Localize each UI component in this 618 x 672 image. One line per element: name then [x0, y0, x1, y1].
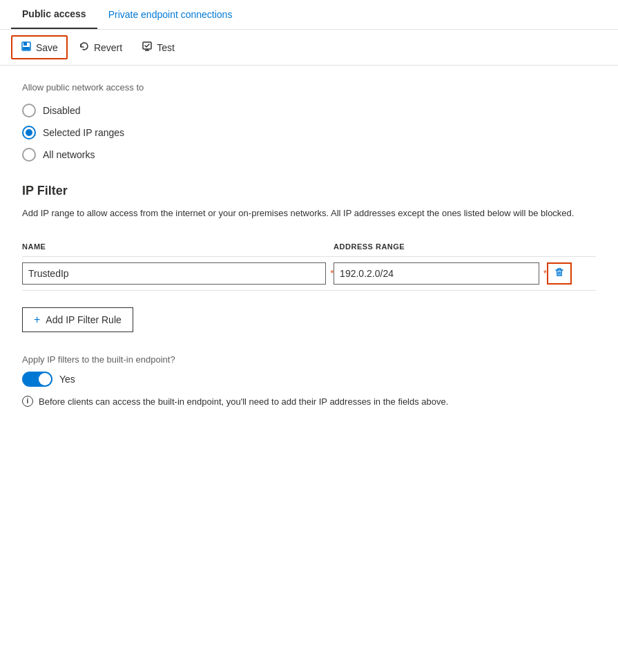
apply-label: Apply IP filters to the built-in endpoin… [22, 354, 596, 365]
trash-icon [554, 267, 565, 280]
add-ip-filter-rule-button[interactable]: + Add IP Filter Rule [22, 307, 133, 332]
col-header-action [547, 237, 596, 257]
delete-rule-button[interactable] [547, 262, 572, 285]
apply-section: Apply IP filters to the built-in endpoin… [22, 354, 596, 409]
info-icon: i [22, 396, 33, 407]
tabs-container: Public access Private endpoint connectio… [0, 0, 618, 30]
radio-inner-selected-ip [26, 129, 32, 136]
radio-all-networks[interactable]: All networks [22, 148, 596, 162]
radio-label-disabled: Disabled [43, 105, 80, 116]
svg-rect-2 [23, 47, 30, 50]
save-label: Save [36, 42, 58, 53]
radio-label-all-networks: All networks [43, 149, 95, 160]
toggle-yes-label: Yes [59, 374, 75, 385]
radio-label-selected-ip: Selected IP ranges [43, 127, 124, 138]
revert-label: Revert [94, 42, 122, 53]
address-input[interactable] [334, 262, 539, 285]
radio-circle-selected-ip [22, 126, 36, 140]
toggle-knob [39, 373, 51, 385]
save-icon [21, 41, 32, 54]
ip-filter-desc: Add IP range to allow access from the in… [22, 207, 588, 220]
add-rule-label: Add IP Filter Rule [46, 314, 121, 325]
name-input[interactable] [22, 262, 326, 285]
col-header-address: ADDRESS RANGE [334, 237, 547, 257]
access-section-label: Allow public network access to [22, 82, 596, 93]
name-cell: * [22, 256, 334, 290]
test-icon [142, 41, 153, 54]
ip-filter-table: NAME ADDRESS RANGE * * [22, 237, 596, 291]
plus-icon: + [34, 314, 40, 326]
address-cell: * [334, 256, 547, 290]
col-header-name: NAME [22, 237, 334, 257]
address-required-star: * [543, 269, 547, 278]
save-button[interactable]: Save [11, 35, 68, 59]
main-content: Allow public network access to Disabled … [0, 66, 618, 436]
info-text: Before clients can access the built-in e… [39, 395, 448, 409]
access-radio-group: Disabled Selected IP ranges All networks [22, 104, 596, 162]
tab-public-access[interactable]: Public access [11, 0, 97, 29]
toolbar: Save Revert Test [0, 30, 618, 66]
radio-circle-all-networks [22, 148, 36, 162]
action-cell [547, 256, 596, 290]
revert-icon [79, 41, 90, 54]
table-row: * * [22, 256, 596, 290]
tab-private-endpoint[interactable]: Private endpoint connections [97, 1, 244, 28]
toggle-row: Yes [22, 372, 596, 387]
test-button[interactable]: Test [133, 37, 183, 58]
apply-toggle[interactable] [22, 372, 52, 387]
test-label: Test [157, 42, 175, 53]
revert-button[interactable]: Revert [70, 37, 131, 58]
ip-filter-title: IP Filter [22, 184, 596, 198]
svg-rect-1 [23, 42, 27, 46]
info-row: i Before clients can access the built-in… [22, 395, 588, 409]
radio-disabled[interactable]: Disabled [22, 104, 596, 117]
radio-selected-ip[interactable]: Selected IP ranges [22, 126, 596, 140]
radio-circle-disabled [22, 104, 36, 117]
